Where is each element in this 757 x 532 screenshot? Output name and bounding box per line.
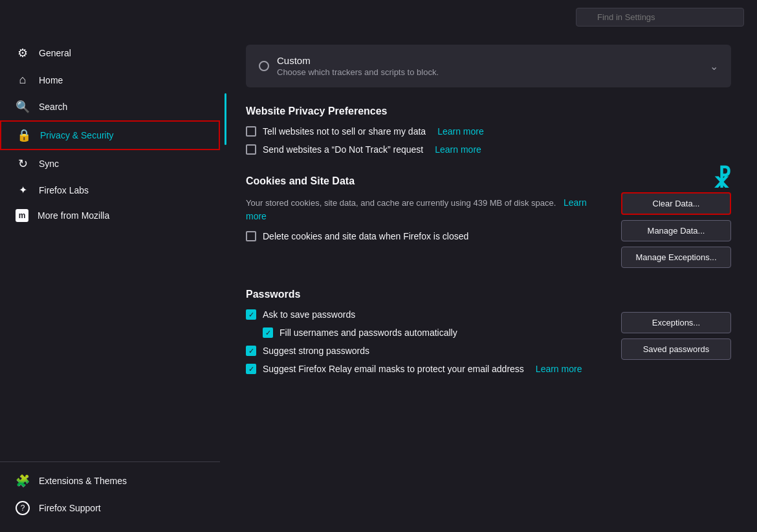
sidebar-item-label-mozilla: More from Mozilla xyxy=(38,210,109,221)
no-sell-learn-more[interactable]: Learn more xyxy=(437,126,484,137)
delete-cookies-row: Delete cookies and site data when Firefo… xyxy=(246,231,608,241)
sync-icon: ↻ xyxy=(16,157,30,171)
sidebar-item-more-mozilla[interactable]: m More from Mozilla xyxy=(0,203,220,228)
sidebar-item-sync[interactable]: ↻ Sync xyxy=(0,150,220,177)
ask-save-row: ✓ Ask to save passwords xyxy=(246,309,608,320)
passwords-two-col: ✓ Ask to save passwords ✓ Fill usernames… xyxy=(246,309,731,382)
tracker-subtitle: Choose which trackers and scripts to blo… xyxy=(277,67,439,77)
sidebar-item-label-labs: Firefox Labs xyxy=(39,185,89,195)
cookies-title: Cookies and Site Data xyxy=(246,175,731,187)
checkbox-row-no-sell: Tell websites not to sell or share my da… xyxy=(246,126,731,137)
suggest-strong-label: Suggest strong passwords xyxy=(263,346,369,356)
passwords-title: Passwords xyxy=(246,289,731,300)
topbar: 🔍 xyxy=(0,0,757,34)
sidebar-item-home[interactable]: ⌂ Home xyxy=(0,67,220,93)
sidebar-nav: ⚙ General ⌂ Home 🔍 Search 🔒 Privacy & Se… xyxy=(0,39,220,461)
sidebar-bottom: 🧩 Extensions & Themes ? Firefox Support xyxy=(0,461,220,527)
search-icon: 🔍 xyxy=(16,100,30,114)
fill-passwords-label: Fill usernames and passwords automatical… xyxy=(280,327,457,338)
sidebar-item-label-home: Home xyxy=(39,75,63,85)
sidebar-item-extensions[interactable]: 🧩 Extensions & Themes xyxy=(0,467,220,494)
cookies-desc: Your stored cookies, site data, and cach… xyxy=(246,196,608,223)
sidebar-item-label-support: Firefox Support xyxy=(39,503,101,513)
fill-passwords-row: ✓ Fill usernames and passwords automatic… xyxy=(263,327,608,338)
suggest-strong-row: ✓ Suggest strong passwords xyxy=(246,346,608,356)
layout: ⚙ General ⌂ Home 🔍 Search 🔒 Privacy & Se… xyxy=(0,34,757,532)
no-sell-checkbox[interactable] xyxy=(246,126,256,137)
relay-checkbox[interactable]: ✓ xyxy=(246,364,256,374)
website-privacy-title: Website Privacy Preferences xyxy=(246,105,731,117)
home-icon: ⌂ xyxy=(16,73,30,87)
cookies-left: Your stored cookies, site data, and cach… xyxy=(246,196,608,268)
dnt-checkbox[interactable] xyxy=(246,144,256,155)
ask-save-checkbox[interactable]: ✓ xyxy=(246,309,256,320)
sidebar-item-label-extensions: Extensions & Themes xyxy=(39,476,127,486)
privacy-security-icon: 🔒 xyxy=(17,128,31,142)
sidebar-item-privacy-security[interactable]: 🔒 Privacy & Security xyxy=(0,120,220,150)
cookies-buttons: ☧ Clear Data... Manage Data... Manage Ex… xyxy=(621,196,731,268)
delete-cookies-checkbox[interactable] xyxy=(246,231,256,241)
tracker-block: Custom Choose which trackers and scripts… xyxy=(246,45,731,87)
general-icon: ⚙ xyxy=(16,46,30,60)
dnt-label: Send websites a “Do Not Track” request xyxy=(263,144,423,155)
sidebar-item-firefox-labs[interactable]: ✦ Firefox Labs xyxy=(0,177,220,203)
labs-icon: ✦ xyxy=(16,184,30,196)
extensions-icon: 🧩 xyxy=(16,474,30,488)
relay-row: ✓ Suggest Firefox Relay email masks to p… xyxy=(246,364,608,374)
dnt-learn-more[interactable]: Learn more xyxy=(435,144,481,155)
ask-save-label: Ask to save passwords xyxy=(263,309,355,320)
manage-exceptions-button[interactable]: Manage Exceptions... xyxy=(621,247,731,268)
cookies-two-col: Your stored cookies, site data, and cach… xyxy=(246,196,731,268)
tracker-text: Custom Choose which trackers and scripts… xyxy=(277,55,439,77)
clear-data-button[interactable]: Clear Data... xyxy=(621,192,731,215)
find-settings-input[interactable] xyxy=(576,8,744,27)
fill-passwords-checkbox[interactable]: ✓ xyxy=(263,327,273,338)
sidebar-item-label-general: General xyxy=(39,48,71,58)
checkbox-row-dnt: Send websites a “Do Not Track” request L… xyxy=(246,144,731,155)
passwords-buttons: Exceptions... Saved passwords xyxy=(621,309,731,382)
sidebar-item-label-privacy: Privacy & Security xyxy=(40,130,114,140)
sidebar-item-support[interactable]: ? Firefox Support xyxy=(0,494,220,522)
relay-learn-more[interactable]: Learn more xyxy=(536,364,582,374)
delete-cookies-label: Delete cookies and site data when Firefo… xyxy=(263,231,468,241)
custom-radio[interactable] xyxy=(259,61,269,71)
suggest-strong-checkbox[interactable]: ✓ xyxy=(246,346,256,356)
saved-passwords-button[interactable]: Saved passwords xyxy=(621,338,731,360)
find-settings-wrapper: 🔍 xyxy=(576,8,744,27)
tracker-title: Custom xyxy=(277,55,439,66)
sidebar-item-search[interactable]: 🔍 Search xyxy=(0,93,220,120)
manage-data-button[interactable]: Manage Data... xyxy=(621,220,731,241)
main-content: Custom Choose which trackers and scripts… xyxy=(220,34,757,532)
tracker-block-left: Custom Choose which trackers and scripts… xyxy=(259,55,439,77)
cookies-section: Cookies and Site Data Your stored cookie… xyxy=(246,175,731,268)
no-sell-label: Tell websites not to sell or share my da… xyxy=(263,126,426,137)
exceptions-button[interactable]: Exceptions... xyxy=(621,312,731,333)
support-icon: ? xyxy=(16,501,30,515)
sidebar-item-general[interactable]: ⚙ General xyxy=(0,39,220,67)
chevron-down-icon[interactable]: ⌄ xyxy=(710,60,718,72)
passwords-left: ✓ Ask to save passwords ✓ Fill usernames… xyxy=(246,309,608,382)
passwords-section: Passwords ✓ Ask to save passwords ✓ Fill… xyxy=(246,289,731,382)
mozilla-icon: m xyxy=(16,209,28,222)
website-privacy-section: Website Privacy Preferences Tell website… xyxy=(246,105,731,155)
sidebar-item-label-sync: Sync xyxy=(39,159,59,169)
sidebar: ⚙ General ⌂ Home 🔍 Search 🔒 Privacy & Se… xyxy=(0,34,220,532)
sidebar-item-label-search: Search xyxy=(39,102,67,112)
relay-label: Suggest Firefox Relay email masks to pro… xyxy=(263,364,524,374)
